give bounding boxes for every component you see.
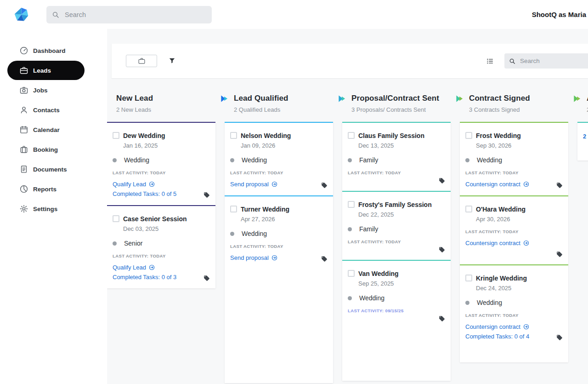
card-action-link[interactable]: Completed Tasks: 0 of 4	[465, 332, 563, 340]
card-date: Dec 13, 2025	[358, 142, 445, 149]
card-action-link[interactable]: Countersign contract	[465, 239, 563, 247]
card-checkbox[interactable]	[348, 270, 355, 277]
kanban-board: New Lead2 New LeadsDew WeddingJan 16, 20…	[107, 78, 588, 383]
card-checkbox[interactable]	[465, 206, 472, 212]
tag-icon[interactable]	[204, 192, 210, 198]
card-date: Sep 25, 2025	[358, 280, 445, 287]
card-checkbox[interactable]	[348, 132, 355, 139]
tag-icon[interactable]	[321, 256, 328, 262]
card-action-link[interactable]: Send proposal	[230, 180, 328, 188]
lead-card[interactable]: Nelson WeddingJan 09, 2026WeddingLAST AC…	[225, 122, 333, 195]
sidebar-item-label: Leads	[33, 67, 51, 74]
card-action-link[interactable]: Countersign contract	[465, 323, 563, 331]
sidebar-item-dashboard[interactable]: Dashboard	[0, 41, 107, 60]
card-action-link[interactable]: Send proposal	[230, 254, 328, 262]
card-action-link[interactable]: Completed Tasks: 0 of 3	[113, 273, 210, 281]
lead-card[interactable]: Kringle WeddingDec 24, 2025WeddingLAST A…	[460, 264, 568, 348]
card-checkbox[interactable]	[113, 215, 119, 222]
board-search[interactable]	[504, 53, 588, 69]
lead-card[interactable]: 2	[577, 122, 588, 160]
sidebar-item-documents[interactable]: Documents	[0, 160, 107, 179]
type-dot-icon	[348, 296, 352, 300]
lead-card[interactable]: Frosty's Family SessionDec 22, 2025Famil…	[342, 191, 451, 260]
lead-card[interactable]: Dew WeddingJan 16, 2025WeddingLAST ACTIV…	[107, 122, 215, 205]
card-type: Family	[348, 156, 445, 164]
sidebar-item-contacts[interactable]: Contacts	[0, 100, 107, 120]
topbar: ShootQ as Maria	[0, 0, 588, 29]
sidebar-item-label: Reports	[33, 186, 57, 193]
card-action-link[interactable]: Qualify Lead	[113, 180, 210, 188]
card-header-row: Kringle Wedding	[465, 275, 563, 282]
card-checkbox[interactable]	[465, 275, 472, 281]
sidebar-nav: DashboardLeadsJobsContactsCalendarBookin…	[0, 41, 107, 218]
column-subtitle: 3 Proposals/ Contracts Sent	[351, 106, 451, 113]
calendar-icon	[19, 125, 28, 134]
tag-icon[interactable]	[204, 275, 210, 281]
card-last-activity: LAST ACTIVITY: TODAY	[230, 244, 328, 249]
tag-icon[interactable]	[556, 334, 563, 341]
card-header-row: Turner Wedding	[230, 206, 328, 213]
sidebar-item-booking[interactable]: Booking	[0, 140, 107, 159]
lead-card[interactable]: Van WeddingSep 25, 2025WeddingLAST ACTIV…	[342, 260, 451, 329]
card-checkbox[interactable]	[348, 201, 355, 208]
tag-icon[interactable]	[439, 178, 445, 184]
tag-icon[interactable]	[556, 182, 563, 189]
column-subtitle: 2 Qualified Leads	[234, 106, 333, 113]
filter-icon[interactable]	[168, 57, 176, 65]
card-checkbox[interactable]	[113, 132, 119, 139]
card-action-link[interactable]: Qualify Lead	[113, 264, 210, 271]
column-arrow-icon	[455, 94, 464, 103]
card-date: Apr 30, 2026	[476, 216, 563, 223]
sidebar-item-leads[interactable]: Leads	[7, 61, 85, 80]
card-partial-text[interactable]: 2	[583, 133, 588, 140]
board-toolbar	[112, 44, 588, 78]
card-type-label: Wedding	[477, 156, 502, 164]
card-checkbox[interactable]	[465, 132, 472, 139]
circle-arrow-icon	[523, 181, 529, 187]
column-title: Proposal/Contract Sent	[351, 94, 451, 103]
card-header-row: Nelson Wedding	[230, 132, 328, 139]
column-header: Lead Qualified2 Qualified Leads	[225, 94, 333, 113]
lead-card[interactable]: O'Hara WeddingApr 30, 2026LAST ACTIVITY:…	[460, 195, 568, 264]
sidebar-item-settings[interactable]: Settings	[0, 199, 107, 218]
card-action-label: Qualify Lead	[113, 264, 146, 271]
sidebar-item-calendar[interactable]: Calendar	[0, 120, 107, 139]
sidebar-item-jobs[interactable]: Jobs	[0, 80, 107, 100]
circle-arrow-icon	[149, 264, 155, 270]
tag-icon[interactable]	[439, 246, 445, 253]
lead-type-button[interactable]	[126, 55, 157, 67]
card-action-link[interactable]: Countersign contract	[465, 180, 563, 188]
card-actions: Qualify LeadCompleted Tasks: 0 of 5	[113, 180, 210, 198]
card-action-label: Completed Tasks: 0 of 4	[465, 332, 529, 340]
card-type: Wedding	[230, 156, 328, 164]
lead-card[interactable]: Case Senior SessionDec 03, 2025SeniorLAS…	[107, 205, 215, 288]
card-date: Dec 03, 2025	[123, 225, 210, 232]
lead-card[interactable]: Claus Family SessionDec 13, 2025FamilyLA…	[342, 122, 451, 191]
lead-card[interactable]: Turner WeddingApr 27, 2026WeddingLAST AC…	[225, 195, 333, 269]
tag-icon[interactable]	[439, 315, 445, 322]
global-search[interactable]	[46, 6, 212, 23]
card-action-link[interactable]: Completed Tasks: 0 of 5	[113, 190, 210, 198]
column-arrow-icon	[338, 94, 346, 103]
global-search-input[interactable]	[64, 11, 206, 19]
user-account-label[interactable]: ShootQ as Maria	[532, 11, 586, 18]
shootq-logo-icon[interactable]	[13, 6, 30, 23]
sidebar-item-label: Contacts	[33, 107, 60, 114]
lead-card[interactable]: Frost WeddingSep 30, 2026WeddingLAST ACT…	[460, 122, 568, 195]
column-panel: 2	[577, 122, 588, 160]
card-header-row: O'Hara Wedding	[465, 206, 563, 213]
card-checkbox[interactable]	[230, 206, 237, 212]
sidebar-item-reports[interactable]: Reports	[0, 179, 107, 199]
document-icon	[19, 165, 28, 174]
card-actions: Send proposal	[230, 254, 328, 262]
card-type: Family	[348, 225, 445, 233]
card-type-label: Wedding	[477, 299, 502, 306]
tag-icon[interactable]	[556, 251, 563, 258]
tag-icon[interactable]	[321, 182, 328, 189]
list-view-icon[interactable]	[486, 57, 494, 65]
card-checkbox[interactable]	[230, 132, 237, 139]
board-search-input[interactable]	[519, 57, 583, 65]
card-type-label: Wedding	[242, 156, 267, 164]
circle-arrow-icon	[523, 240, 529, 246]
card-title: Frosty's Family Session	[358, 201, 432, 208]
